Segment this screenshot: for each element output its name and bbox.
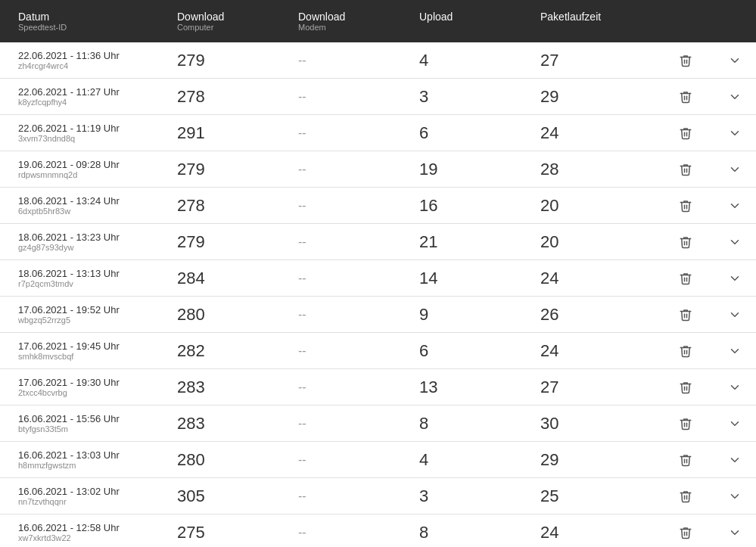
delete-icon-12[interactable] [679,490,692,503]
expand-icon-4[interactable] [728,199,742,213]
delete-icon-4[interactable] [679,199,692,213]
expand-icon-2[interactable] [728,126,742,140]
table-row: 18.06.2021 - 13:24 Uhr 6dxptb5hr83w 278 … [0,188,756,224]
cell-expand-12 [716,486,754,506]
cell-packet-11: 29 [534,447,655,473]
cell-packet-12: 25 [534,483,655,509]
cell-delete-3 [655,160,716,179]
expand-icon-9[interactable] [728,381,742,394]
data-table: 22.06.2021 - 11:36 Uhr zh4rcgr4wrc4 279 … [0,42,756,547]
delete-icon-1[interactable] [679,90,692,104]
cell-download-computer-12: 305 [171,483,292,509]
cell-packet-9: 27 [534,375,655,400]
table-row: 17.06.2021 - 19:45 Uhr smhk8mvscbqf 282 … [0,333,756,369]
cell-date-9: 17.06.2021 - 19:30 Uhr 2txcc4bcvrbg [12,374,171,400]
cell-expand-0 [716,51,754,70]
cell-date-13: 16.06.2021 - 12:58 Uhr xw7xkrtd3w22 [12,519,171,545]
expand-icon-6[interactable] [728,272,742,285]
delete-icon-13[interactable] [679,526,692,539]
cell-expand-5 [716,232,754,252]
cell-expand-4 [716,196,754,216]
table-row: 16.06.2021 - 15:56 Uhr btyfgsn33t5m 283 … [0,406,756,442]
expand-icon-10[interactable] [728,417,742,430]
cell-upload-7: 9 [413,302,534,328]
cell-upload-2: 6 [413,120,534,146]
cell-upload-1: 3 [413,84,534,110]
cell-upload-13: 8 [413,520,534,545]
table-row: 18.06.2021 - 13:13 Uhr r7p2qcm3tmdv 284 … [0,260,756,297]
cell-packet-7: 26 [534,302,655,328]
cell-expand-10 [716,414,754,434]
cell-download-computer-9: 283 [171,375,292,400]
table-row: 16.06.2021 - 13:02 Uhr nn7tzvthqqnr 305 … [0,478,756,514]
cell-upload-11: 4 [413,447,534,473]
delete-icon-11[interactable] [679,453,692,467]
cell-packet-3: 28 [534,157,655,182]
cell-upload-6: 14 [413,266,534,291]
delete-icon-8[interactable] [679,344,692,358]
table-row: 16.06.2021 - 13:03 Uhr h8mmzfgwstzm 280 … [0,442,756,478]
delete-icon-7[interactable] [679,308,692,322]
delete-icon-0[interactable] [679,54,692,67]
cell-download-computer-13: 275 [171,520,292,545]
cell-date-0: 22.06.2021 - 11:36 Uhr zh4rcgr4wrc4 [12,47,171,73]
cell-upload-3: 19 [413,157,534,182]
expand-icon-11[interactable] [728,453,742,467]
cell-date-12: 16.06.2021 - 13:02 Uhr nn7tzvthqqnr [12,483,171,509]
cell-delete-4 [655,196,716,216]
header-actions [655,8,716,14]
cell-date-11: 16.06.2021 - 13:03 Uhr h8mmzfgwstzm [12,446,171,473]
cell-packet-0: 27 [534,48,655,73]
cell-packet-2: 24 [534,120,655,146]
cell-download-modem-7: -- [292,305,413,325]
cell-download-computer-8: 282 [171,338,292,364]
cell-download-modem-2: -- [292,123,413,143]
cell-download-modem-3: -- [292,160,413,179]
expand-icon-8[interactable] [728,344,742,358]
cell-packet-8: 24 [534,338,655,364]
expand-icon-5[interactable] [728,235,742,249]
delete-icon-2[interactable] [679,126,692,140]
expand-icon-3[interactable] [728,163,742,176]
cell-date-8: 17.06.2021 - 19:45 Uhr smhk8mvscbqf [12,337,171,364]
cell-date-7: 17.06.2021 - 19:52 Uhr wbgzq52rrzg5 [12,301,171,328]
cell-expand-8 [716,341,754,361]
cell-delete-1 [655,87,716,107]
cell-delete-11 [655,450,716,470]
expand-icon-13[interactable] [728,526,742,539]
delete-icon-10[interactable] [679,417,692,430]
cell-download-computer-7: 280 [171,302,292,328]
cell-expand-6 [716,269,754,288]
expand-icon-1[interactable] [728,90,742,104]
cell-download-modem-13: -- [292,523,413,542]
cell-packet-5: 20 [534,229,655,255]
cell-expand-13 [716,523,754,542]
cell-download-computer-1: 278 [171,84,292,110]
header-paketlaufzeit: Paketlaufzeit [534,8,655,26]
cell-upload-0: 4 [413,48,534,73]
delete-icon-3[interactable] [679,163,692,176]
cell-download-modem-10: -- [292,414,413,434]
cell-download-computer-5: 279 [171,229,292,255]
cell-upload-8: 6 [413,338,534,364]
cell-download-modem-5: -- [292,232,413,252]
cell-date-1: 22.06.2021 - 11:27 Uhr k8yzfcqpfhy4 [12,83,171,110]
expand-icon-7[interactable] [728,308,742,322]
cell-download-modem-6: -- [292,269,413,288]
cell-download-modem-8: -- [292,341,413,361]
table-row: 17.06.2021 - 19:30 Uhr 2txcc4bcvrbg 283 … [0,369,756,406]
expand-icon-12[interactable] [728,490,742,503]
cell-expand-9 [716,378,754,397]
table-row: 19.06.2021 - 09:28 Uhr rdpwsmnmnq2d 279 … [0,151,756,188]
cell-delete-2 [655,123,716,143]
cell-upload-12: 3 [413,483,534,509]
cell-download-modem-11: -- [292,450,413,470]
cell-delete-13 [655,523,716,542]
header-download-computer: Download Computer [171,8,292,35]
delete-icon-5[interactable] [679,235,692,249]
delete-icon-6[interactable] [679,272,692,285]
cell-expand-7 [716,305,754,325]
cell-download-computer-2: 291 [171,120,292,146]
expand-icon-0[interactable] [728,54,742,67]
delete-icon-9[interactable] [679,381,692,394]
